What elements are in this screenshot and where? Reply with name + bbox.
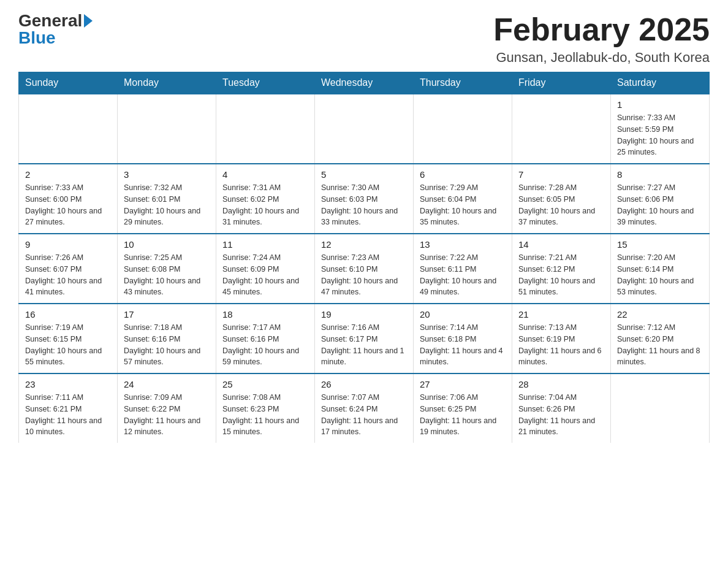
- calendar-cell: 25Sunrise: 7:08 AM Sunset: 6:23 PM Dayli…: [216, 373, 315, 443]
- title-section: February 2025 Gunsan, Jeollabuk-do, Sout…: [493, 12, 710, 66]
- day-number: 10: [124, 239, 210, 250]
- day-info: Sunrise: 7:16 AM Sunset: 6:17 PM Dayligh…: [321, 322, 407, 368]
- day-number: 27: [420, 379, 506, 389]
- day-info: Sunrise: 7:21 AM Sunset: 6:12 PM Dayligh…: [518, 252, 604, 298]
- calendar-cell: 4Sunrise: 7:31 AM Sunset: 6:02 PM Daylig…: [216, 164, 315, 234]
- day-info: Sunrise: 7:29 AM Sunset: 6:04 PM Dayligh…: [420, 182, 506, 228]
- calendar-cell: 28Sunrise: 7:04 AM Sunset: 6:26 PM Dayli…: [512, 373, 611, 443]
- calendar-week-1: 1Sunrise: 7:33 AM Sunset: 5:59 PM Daylig…: [19, 94, 710, 164]
- calendar-cell: 3Sunrise: 7:32 AM Sunset: 6:01 PM Daylig…: [118, 164, 216, 234]
- calendar-week-2: 2Sunrise: 7:33 AM Sunset: 6:00 PM Daylig…: [19, 164, 710, 234]
- calendar-cell: [611, 373, 710, 443]
- calendar-cell: 6Sunrise: 7:29 AM Sunset: 6:04 PM Daylig…: [414, 164, 512, 234]
- day-info: Sunrise: 7:12 AM Sunset: 6:20 PM Dayligh…: [617, 322, 703, 368]
- day-info: Sunrise: 7:14 AM Sunset: 6:18 PM Dayligh…: [420, 322, 506, 368]
- day-info: Sunrise: 7:06 AM Sunset: 6:25 PM Dayligh…: [420, 392, 506, 438]
- calendar-cell: [315, 94, 414, 164]
- calendar-cell: 18Sunrise: 7:17 AM Sunset: 6:16 PM Dayli…: [216, 304, 315, 373]
- calendar-cell: 2Sunrise: 7:33 AM Sunset: 6:00 PM Daylig…: [19, 164, 118, 234]
- day-info: Sunrise: 7:31 AM Sunset: 6:02 PM Dayligh…: [222, 182, 308, 228]
- day-number: 12: [321, 239, 407, 250]
- calendar-cell: 12Sunrise: 7:23 AM Sunset: 6:10 PM Dayli…: [315, 234, 414, 304]
- day-number: 21: [518, 309, 604, 320]
- day-of-week-monday: Monday: [118, 72, 216, 94]
- day-number: 19: [321, 309, 407, 320]
- day-info: Sunrise: 7:22 AM Sunset: 6:11 PM Dayligh…: [420, 252, 506, 298]
- day-number: 1: [617, 99, 703, 110]
- day-number: 26: [321, 379, 407, 389]
- logo-general-text: General: [18, 12, 82, 29]
- calendar-cell: 19Sunrise: 7:16 AM Sunset: 6:17 PM Dayli…: [315, 304, 414, 373]
- calendar-cell: 14Sunrise: 7:21 AM Sunset: 6:12 PM Dayli…: [512, 234, 611, 304]
- calendar-cell: 22Sunrise: 7:12 AM Sunset: 6:20 PM Dayli…: [611, 304, 710, 373]
- day-number: 25: [222, 379, 308, 389]
- day-number: 2: [25, 169, 111, 180]
- day-number: 9: [25, 239, 111, 250]
- day-info: Sunrise: 7:13 AM Sunset: 6:19 PM Dayligh…: [518, 322, 604, 368]
- day-number: 23: [25, 379, 111, 389]
- calendar-cell: [19, 94, 118, 164]
- day-info: Sunrise: 7:11 AM Sunset: 6:21 PM Dayligh…: [25, 392, 111, 438]
- day-number: 4: [222, 169, 308, 180]
- calendar-cell: 11Sunrise: 7:24 AM Sunset: 6:09 PM Dayli…: [216, 234, 315, 304]
- calendar-week-3: 9Sunrise: 7:26 AM Sunset: 6:07 PM Daylig…: [19, 234, 710, 304]
- calendar-cell: [216, 94, 315, 164]
- day-of-week-wednesday: Wednesday: [315, 72, 414, 94]
- calendar-cell: 27Sunrise: 7:06 AM Sunset: 6:25 PM Dayli…: [414, 373, 512, 443]
- calendar-cell: [118, 94, 216, 164]
- calendar-week-4: 16Sunrise: 7:19 AM Sunset: 6:15 PM Dayli…: [19, 304, 710, 373]
- day-info: Sunrise: 7:17 AM Sunset: 6:16 PM Dayligh…: [222, 322, 308, 368]
- calendar-cell: 23Sunrise: 7:11 AM Sunset: 6:21 PM Dayli…: [19, 373, 118, 443]
- day-number: 20: [420, 309, 506, 320]
- calendar-cell: 26Sunrise: 7:07 AM Sunset: 6:24 PM Dayli…: [315, 373, 414, 443]
- day-info: Sunrise: 7:08 AM Sunset: 6:23 PM Dayligh…: [222, 392, 308, 438]
- calendar-cell: 21Sunrise: 7:13 AM Sunset: 6:19 PM Dayli…: [512, 304, 611, 373]
- day-info: Sunrise: 7:07 AM Sunset: 6:24 PM Dayligh…: [321, 392, 407, 438]
- day-info: Sunrise: 7:24 AM Sunset: 6:09 PM Dayligh…: [222, 252, 308, 298]
- calendar-cell: 1Sunrise: 7:33 AM Sunset: 5:59 PM Daylig…: [611, 94, 710, 164]
- day-info: Sunrise: 7:26 AM Sunset: 6:07 PM Dayligh…: [25, 252, 111, 298]
- day-number: 17: [124, 309, 210, 320]
- day-info: Sunrise: 7:20 AM Sunset: 6:14 PM Dayligh…: [617, 252, 703, 298]
- logo-arrow-icon: [84, 14, 93, 28]
- day-number: 18: [222, 309, 308, 320]
- day-number: 6: [420, 169, 506, 180]
- day-of-week-friday: Friday: [512, 72, 611, 94]
- day-info: Sunrise: 7:28 AM Sunset: 6:05 PM Dayligh…: [518, 182, 604, 228]
- day-number: 16: [25, 309, 111, 320]
- day-info: Sunrise: 7:09 AM Sunset: 6:22 PM Dayligh…: [124, 392, 210, 438]
- day-number: 11: [222, 239, 308, 250]
- location-title: Gunsan, Jeollabuk-do, South Korea: [493, 50, 710, 66]
- day-info: Sunrise: 7:18 AM Sunset: 6:16 PM Dayligh…: [124, 322, 210, 368]
- month-title: February 2025: [493, 12, 710, 47]
- day-info: Sunrise: 7:30 AM Sunset: 6:03 PM Dayligh…: [321, 182, 407, 228]
- day-info: Sunrise: 7:27 AM Sunset: 6:06 PM Dayligh…: [617, 182, 703, 228]
- calendar-cell: 8Sunrise: 7:27 AM Sunset: 6:06 PM Daylig…: [611, 164, 710, 234]
- day-info: Sunrise: 7:04 AM Sunset: 6:26 PM Dayligh…: [518, 392, 604, 438]
- day-of-week-saturday: Saturday: [611, 72, 710, 94]
- day-number: 15: [617, 239, 703, 250]
- calendar-week-5: 23Sunrise: 7:11 AM Sunset: 6:21 PM Dayli…: [19, 373, 710, 443]
- calendar-cell: 20Sunrise: 7:14 AM Sunset: 6:18 PM Dayli…: [414, 304, 512, 373]
- day-number: 3: [124, 169, 210, 180]
- day-of-week-sunday: Sunday: [19, 72, 118, 94]
- day-number: 22: [617, 309, 703, 320]
- day-of-week-tuesday: Tuesday: [216, 72, 315, 94]
- day-number: 13: [420, 239, 506, 250]
- calendar-cell: [414, 94, 512, 164]
- logo: General Blue: [18, 12, 93, 47]
- day-info: Sunrise: 7:19 AM Sunset: 6:15 PM Dayligh…: [25, 322, 111, 368]
- day-number: 14: [518, 239, 604, 250]
- calendar-cell: 17Sunrise: 7:18 AM Sunset: 6:16 PM Dayli…: [118, 304, 216, 373]
- day-of-week-thursday: Thursday: [414, 72, 512, 94]
- calendar-cell: 7Sunrise: 7:28 AM Sunset: 6:05 PM Daylig…: [512, 164, 611, 234]
- day-info: Sunrise: 7:25 AM Sunset: 6:08 PM Dayligh…: [124, 252, 210, 298]
- calendar-cell: 10Sunrise: 7:25 AM Sunset: 6:08 PM Dayli…: [118, 234, 216, 304]
- logo-blue-text: Blue: [18, 29, 56, 47]
- calendar-cell: 15Sunrise: 7:20 AM Sunset: 6:14 PM Dayli…: [611, 234, 710, 304]
- calendar-cell: 16Sunrise: 7:19 AM Sunset: 6:15 PM Dayli…: [19, 304, 118, 373]
- day-info: Sunrise: 7:23 AM Sunset: 6:10 PM Dayligh…: [321, 252, 407, 298]
- calendar-table: SundayMondayTuesdayWednesdayThursdayFrid…: [18, 72, 710, 443]
- calendar-cell: 24Sunrise: 7:09 AM Sunset: 6:22 PM Dayli…: [118, 373, 216, 443]
- calendar-cell: 9Sunrise: 7:26 AM Sunset: 6:07 PM Daylig…: [19, 234, 118, 304]
